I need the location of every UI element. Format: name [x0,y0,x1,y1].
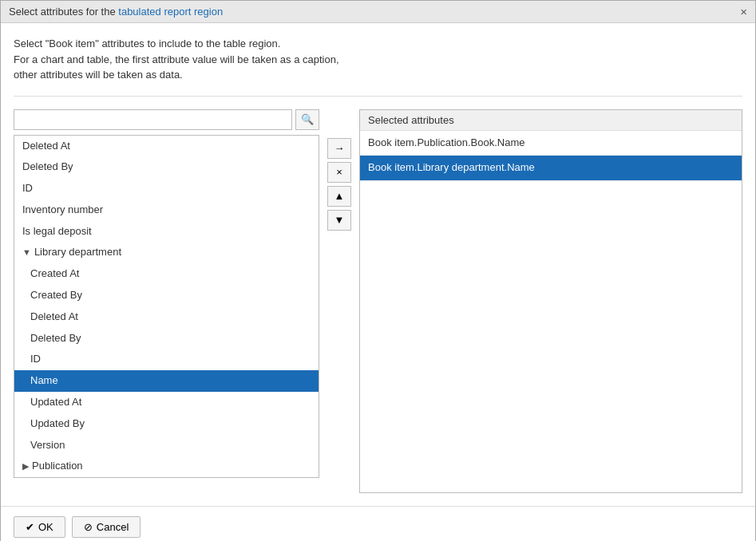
tree-item-deleted-by[interactable]: Deleted By [14,156,319,178]
right-panel: Selected attributes Book item.Publicatio… [359,109,742,494]
middle-buttons: → × ▲ ▼ [319,138,359,231]
tree-item-updated-at[interactable]: Updated At [14,392,319,413]
selected-attr-item[interactable]: Book item.Publication.Book.Name [360,131,742,156]
tree-item-inventory-number[interactable]: Inventory number [14,199,319,221]
cancel-button[interactable]: ⊘ Cancel [72,516,141,538]
selected-attributes-panel: Selected attributes Book item.Publicatio… [359,109,742,494]
tree-item-version[interactable]: Version [14,435,319,456]
title-bar: Select attributes for the tabulated repo… [1,1,755,23]
search-input[interactable] [14,109,292,130]
description-line3: other attributes will be taken as data. [14,67,742,83]
move-up-button[interactable]: ▲ [327,186,351,207]
tree-item-is-legal-deposit[interactable]: Is legal deposit [14,221,319,243]
tree-item-name[interactable]: Name [14,370,319,392]
tree-item-updated-by[interactable]: Updated By [14,413,319,435]
ok-button[interactable]: ✔ OK [14,516,65,538]
selected-attr-item[interactable]: Book item.Library department.Name [360,156,742,181]
tree-container[interactable]: Deleted AtDeleted ByIDInventory numberIs… [14,135,319,478]
tree-item-id[interactable]: ID [14,178,319,199]
tree-item-created-by[interactable]: Created By [14,285,319,306]
tree-group-library-department[interactable]: ▼Library department [14,242,319,263]
tree-group-publication[interactable]: ▶Publication [14,456,319,477]
description-line2: For a chart and table, the first attribu… [14,52,742,68]
search-button[interactable]: 🔍 [295,109,319,130]
tree-item-deleted-at[interactable]: Deleted At [14,306,319,328]
cancel-icon: ⊘ [84,521,93,533]
search-row: 🔍 [14,109,319,130]
tree-item-deleted-at[interactable]: Deleted At [14,136,319,157]
close-button[interactable]: × [740,6,747,18]
ok-icon: ✔ [26,521,34,533]
ok-label: OK [38,521,53,533]
divider [14,96,742,97]
remove-button[interactable]: × [327,162,351,183]
dialog-title: Select attributes for the tabulated repo… [9,6,223,18]
left-panel: 🔍 Deleted AtDeleted ByIDInventory number… [14,109,319,478]
cancel-label: Cancel [97,521,129,533]
selected-attributes-list: Book item.Publication.Book.NameBook item… [360,131,742,182]
dialog-footer: ✔ OK ⊘ Cancel [1,506,755,541]
description: Select "Book item" attributes to include… [14,36,742,83]
move-down-button[interactable]: ▼ [327,210,351,231]
dialog-body: Select "Book item" attributes to include… [1,23,755,506]
tree-item-id[interactable]: ID [14,349,319,370]
selected-attributes-header: Selected attributes [360,110,742,131]
description-line1: Select "Book item" attributes to include… [14,36,742,52]
dialog: Select attributes for the tabulated repo… [0,0,756,541]
tree-item-deleted-by[interactable]: Deleted By [14,328,319,349]
selected-attributes-empty-space [360,181,742,492]
tree-item-created-at[interactable]: Created At [14,263,319,285]
add-button[interactable]: → [327,138,351,159]
content-area: 🔍 Deleted AtDeleted ByIDInventory number… [14,109,742,494]
